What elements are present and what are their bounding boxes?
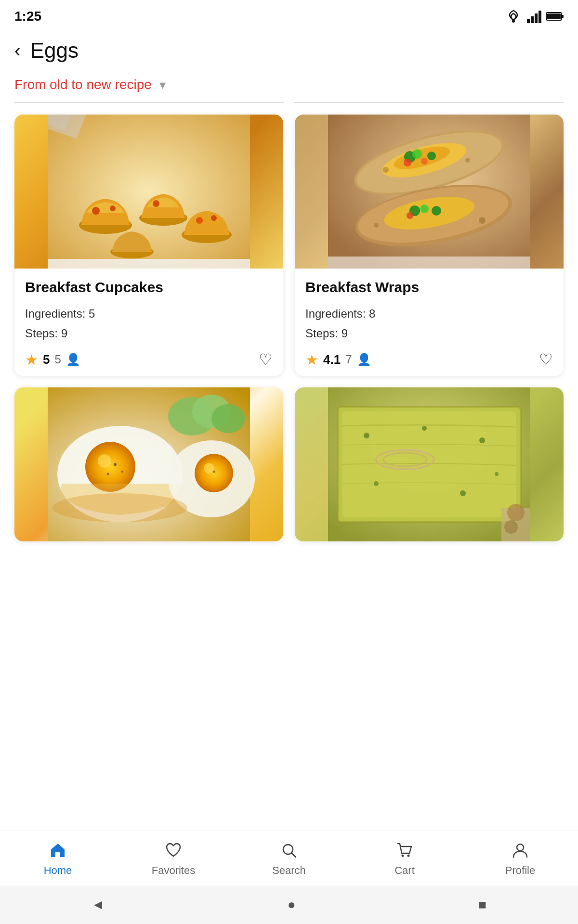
heart-icon bbox=[165, 842, 182, 861]
svg-point-36 bbox=[432, 206, 441, 216]
recipe-name: Breakfast Cupcakes bbox=[25, 279, 273, 295]
svg-point-39 bbox=[383, 167, 389, 173]
svg-rect-4 bbox=[539, 11, 541, 23]
recipe-card-breakfast-cupcakes[interactable]: Breakfast Cupcakes Ingredients: 5 Steps:… bbox=[14, 115, 283, 376]
ingredients-text: Ingredients: 8 bbox=[305, 304, 553, 324]
nav-label-favorites: Favorites bbox=[152, 864, 195, 877]
chevron-down-icon: ▾ bbox=[159, 77, 166, 92]
android-back-button[interactable]: ◄ bbox=[92, 897, 105, 912]
recipe-footer: ★ 5 5 👤 ♡ bbox=[25, 351, 273, 368]
signal-icon bbox=[527, 10, 541, 23]
recipe-image-wraps bbox=[295, 115, 564, 269]
svg-point-47 bbox=[98, 454, 111, 468]
svg-point-68 bbox=[374, 481, 379, 486]
nav-item-profile[interactable]: Profile bbox=[486, 842, 554, 877]
svg-point-49 bbox=[195, 454, 233, 492]
cart-icon bbox=[396, 842, 413, 861]
nav-label-home: Home bbox=[44, 864, 72, 877]
svg-point-29 bbox=[404, 159, 411, 167]
svg-point-42 bbox=[374, 223, 379, 228]
android-recent-button[interactable]: ■ bbox=[478, 897, 486, 912]
recipe-info-cupcakes: Breakfast Cupcakes Ingredients: 5 Steps:… bbox=[14, 269, 283, 376]
recipe-card-egg-frittata[interactable]: Egg Frittata bbox=[295, 387, 564, 541]
android-nav-bar: ◄ ● ■ bbox=[0, 886, 578, 924]
nav-item-search[interactable]: Search bbox=[255, 842, 323, 877]
recipe-image-frittata bbox=[295, 387, 564, 541]
svg-rect-19 bbox=[48, 259, 250, 269]
svg-point-40 bbox=[465, 158, 470, 163]
user-icon: 👤 bbox=[66, 353, 80, 366]
star-icon: ★ bbox=[25, 351, 38, 368]
svg-point-11 bbox=[92, 207, 100, 215]
recipe-image-cupcakes bbox=[14, 115, 283, 269]
divider-left bbox=[14, 102, 284, 103]
steps-text: Steps: 9 bbox=[305, 324, 553, 344]
svg-point-37 bbox=[407, 212, 413, 219]
svg-rect-3 bbox=[535, 13, 538, 23]
status-bar: 1:25 bbox=[0, 0, 578, 29]
svg-point-27 bbox=[412, 149, 422, 159]
rating-count: 5 bbox=[54, 353, 61, 366]
svg-point-53 bbox=[211, 404, 245, 433]
divider-right bbox=[294, 102, 564, 103]
svg-rect-7 bbox=[547, 13, 561, 19]
svg-point-0 bbox=[512, 20, 515, 23]
steps-text: Steps: 9 bbox=[25, 324, 273, 344]
svg-point-65 bbox=[364, 433, 369, 438]
svg-line-76 bbox=[291, 853, 296, 857]
rating-count: 7 bbox=[345, 353, 352, 366]
rating-row: ★ 5 5 👤 bbox=[25, 351, 80, 368]
nav-item-favorites[interactable]: Favorites bbox=[140, 842, 207, 877]
svg-point-12 bbox=[110, 205, 116, 211]
svg-point-73 bbox=[507, 504, 525, 521]
svg-point-58 bbox=[53, 493, 187, 522]
rating-value: 4.1 bbox=[323, 352, 341, 367]
svg-point-79 bbox=[517, 844, 524, 851]
page-title: Eggs bbox=[30, 38, 79, 63]
nav-label-cart: Cart bbox=[394, 864, 415, 877]
profile-icon bbox=[512, 842, 529, 861]
svg-point-69 bbox=[460, 490, 466, 496]
svg-point-30 bbox=[421, 158, 428, 165]
recipe-meta: Ingredients: 8 Steps: 9 bbox=[305, 304, 553, 344]
svg-point-67 bbox=[479, 437, 485, 443]
svg-point-54 bbox=[114, 463, 117, 466]
recipe-name: Breakfast Wraps bbox=[305, 279, 553, 295]
android-home-button[interactable]: ● bbox=[288, 897, 296, 912]
filter-row[interactable]: From old to new recipe ▾ bbox=[0, 72, 578, 102]
star-icon: ★ bbox=[305, 351, 318, 368]
header: ‹ Eggs bbox=[0, 29, 578, 72]
svg-rect-1 bbox=[527, 19, 530, 23]
recipe-image-eggs bbox=[14, 387, 283, 541]
status-time: 1:25 bbox=[14, 9, 41, 24]
recipe-footer: ★ 4.1 7 👤 ♡ bbox=[305, 351, 553, 368]
bottom-nav: Home Favorites Search Cart bbox=[0, 831, 578, 886]
svg-point-55 bbox=[121, 471, 123, 473]
svg-point-56 bbox=[107, 473, 109, 475]
nav-item-home[interactable]: Home bbox=[24, 842, 92, 877]
svg-rect-2 bbox=[531, 16, 534, 23]
svg-point-78 bbox=[407, 855, 410, 857]
nav-item-cart[interactable]: Cart bbox=[371, 842, 438, 877]
user-icon: 👤 bbox=[357, 353, 371, 366]
svg-point-77 bbox=[402, 855, 404, 857]
svg-point-35 bbox=[420, 205, 429, 213]
svg-point-17 bbox=[211, 215, 217, 221]
svg-rect-38 bbox=[328, 257, 530, 269]
back-button[interactable]: ‹ bbox=[14, 41, 21, 60]
battery-icon bbox=[546, 12, 564, 21]
svg-rect-6 bbox=[562, 15, 564, 18]
recipe-meta: Ingredients: 5 Steps: 9 bbox=[25, 304, 273, 344]
favorite-button[interactable]: ♡ bbox=[259, 352, 273, 367]
recipe-info-wraps: Breakfast Wraps Ingredients: 8 Steps: 9 … bbox=[295, 269, 564, 376]
recipe-card-breakfast-wraps[interactable]: Breakfast Wraps Ingredients: 8 Steps: 9 … bbox=[295, 115, 564, 376]
rating-row: ★ 4.1 7 👤 bbox=[305, 351, 371, 368]
divider-row bbox=[0, 102, 578, 103]
status-icons bbox=[505, 10, 564, 23]
search-icon bbox=[280, 842, 298, 861]
svg-point-16 bbox=[196, 217, 203, 224]
favorite-button[interactable]: ♡ bbox=[539, 352, 553, 367]
recipe-card-baked-eggs[interactable]: Baked Eggs bbox=[14, 387, 283, 541]
nav-label-search: Search bbox=[272, 864, 306, 877]
svg-point-41 bbox=[479, 217, 486, 224]
